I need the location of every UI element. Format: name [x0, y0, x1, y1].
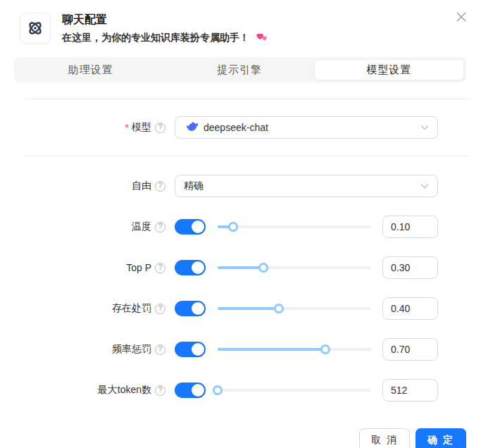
settings-tabbar: 助理设置 提示引擎 模型设置 — [14, 57, 466, 82]
chevron-down-icon — [420, 125, 429, 130]
slider-handle[interactable] — [228, 222, 238, 232]
help-icon[interactable]: ? — [155, 263, 165, 273]
frequency-penalty-row: 频率惩罚 ? — [0, 338, 481, 361]
presence-penalty-toggle[interactable] — [175, 301, 206, 316]
top-p-toggle[interactable] — [175, 260, 206, 275]
slider-handle[interactable] — [274, 304, 284, 313]
max-tokens-row: 最大token数 ? — [0, 379, 481, 402]
dialog-header: 聊天配置 在这里，为你的专业知识库装扮专属助手！ — [0, 0, 481, 44]
help-icon[interactable]: ? — [155, 181, 165, 192]
help-icon[interactable]: ? — [155, 304, 165, 314]
divider — [25, 156, 470, 156]
frequency-penalty-toggle[interactable] — [175, 342, 206, 357]
freedom-select[interactable]: 精确 — [175, 175, 438, 197]
max-tokens-input[interactable] — [382, 379, 438, 402]
temperature-row: 温度 ? — [0, 216, 481, 238]
confirm-button[interactable]: 确 定 — [416, 428, 466, 448]
model-row: * 模型 ? deepseek-chat — [0, 116, 481, 139]
divider — [25, 99, 470, 99]
app-logo — [20, 13, 51, 44]
freedom-row: 自由 ? 精确 — [0, 175, 481, 197]
presence-penalty-input[interactable] — [382, 297, 438, 320]
temperature-slider[interactable] — [218, 219, 371, 235]
slider-handle[interactable] — [213, 385, 223, 395]
freedom-label: 自由 ? — [14, 180, 165, 192]
presence-penalty-row: 存在处罚 ? — [0, 297, 481, 320]
atom-icon — [25, 18, 45, 38]
help-icon[interactable]: ? — [155, 222, 165, 232]
top-p-slider[interactable] — [218, 260, 371, 275]
model-select-value: deepseek-chat — [204, 122, 268, 133]
freedom-select-value: 精确 — [184, 180, 204, 192]
temperature-toggle[interactable] — [175, 219, 206, 235]
model-select[interactable]: deepseek-chat — [175, 116, 438, 139]
chevron-down-icon — [420, 183, 429, 189]
dialog-footer: 取 消 确 定 — [0, 428, 481, 448]
presence-penalty-label: 存在处罚 ? — [14, 302, 165, 315]
slider-handle[interactable] — [320, 344, 330, 354]
help-icon[interactable]: ? — [155, 385, 165, 396]
frequency-penalty-input[interactable] — [382, 338, 438, 361]
required-mark: * — [125, 122, 129, 133]
tab-prompt-engine[interactable]: 提示引擎 — [165, 59, 313, 80]
presence-penalty-slider[interactable] — [218, 301, 371, 316]
dialog-subtitle-text: 在这里，为你的专业知识库装扮专属助手！ — [62, 30, 249, 44]
temperature-input[interactable] — [382, 216, 438, 238]
top-p-label: Top P ? — [14, 262, 165, 273]
cancel-button[interactable]: 取 消 — [359, 428, 410, 448]
frequency-penalty-label: 频率惩罚 ? — [14, 343, 165, 356]
max-tokens-toggle[interactable] — [175, 382, 206, 398]
max-tokens-label: 最大token数 ? — [14, 384, 165, 397]
help-icon[interactable]: ? — [155, 123, 165, 133]
tab-model-settings[interactable]: 模型设置 — [314, 59, 464, 80]
close-icon[interactable] — [454, 10, 468, 24]
max-tokens-slider[interactable] — [218, 382, 371, 398]
slider-handle[interactable] — [258, 263, 268, 273]
frequency-penalty-slider[interactable] — [218, 342, 371, 357]
tab-assistant-settings[interactable]: 助理设置 — [16, 59, 165, 80]
two-hearts-icon — [255, 32, 268, 43]
model-label: * 模型 ? — [14, 121, 165, 134]
dialog-subtitle: 在这里，为你的专业知识库装扮专属助手！ — [62, 30, 268, 44]
temperature-label: 温度 ? — [14, 220, 165, 233]
top-p-row: Top P ? — [0, 256, 481, 279]
deepseek-whale-icon — [184, 120, 198, 135]
help-icon[interactable]: ? — [155, 344, 165, 355]
dialog-title: 聊天配置 — [62, 12, 268, 27]
top-p-input[interactable] — [382, 256, 438, 279]
